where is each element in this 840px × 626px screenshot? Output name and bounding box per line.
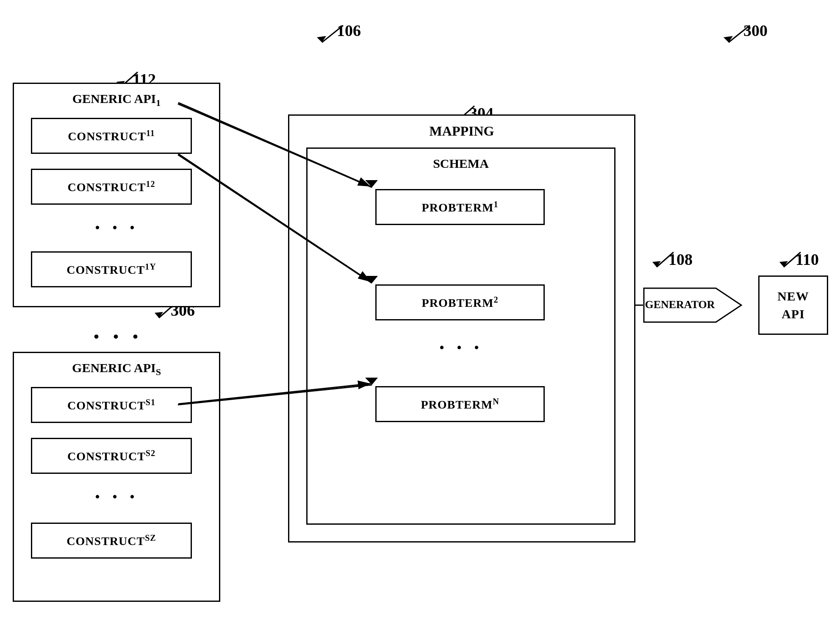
construct-11-box: CONSTRUCT11: [31, 118, 192, 154]
label-110: 110: [775, 250, 809, 273]
probterm-2-box: PROBTERM2: [375, 284, 545, 320]
dots-between-api: · · ·: [93, 322, 142, 351]
dots-api1-mid: · · ·: [14, 215, 219, 240]
svg-text:GENERATOR: GENERATOR: [645, 298, 715, 311]
diagram: 106 300 112 304 302: [0, 0, 840, 626]
label-108: 108: [648, 250, 682, 273]
generic-apis-title: GENERIC APIS: [14, 361, 219, 378]
construct-1y-box: CONSTRUCT1Y: [31, 251, 192, 287]
new-api-box: NEWAPI: [758, 275, 828, 335]
svg-marker-3: [724, 36, 733, 42]
svg-marker-1: [317, 36, 326, 42]
generic-api1-box: GENERIC API1 CONSTRUCT11 CONSTRUCT12 · ·…: [13, 83, 220, 307]
mapping-box: MAPPING SCHEMA PROBTERM1 PROBTERM2 · · ·…: [288, 114, 635, 543]
schema-box: SCHEMA PROBTERM1 PROBTERM2 · · · PROBTER…: [306, 147, 615, 525]
label-106: 106: [305, 21, 356, 48]
construct-s1-box: CONSTRUCTS1: [31, 387, 192, 423]
generator-arrow: GENERATOR: [640, 280, 750, 332]
generic-apis-box: GENERIC APIS CONSTRUCTS1 CONSTRUCTS2 · ·…: [13, 352, 220, 602]
construct-s2-box: CONSTRUCTS2: [31, 438, 192, 474]
construct-sz-box: CONSTRUCTSZ: [31, 523, 192, 559]
generic-api1-title: GENERIC API1: [14, 92, 219, 109]
probterm-1-box: PROBTERM1: [375, 189, 545, 225]
construct-12-box: CONSTRUCT12: [31, 169, 192, 205]
mapping-title: MAPPING: [289, 123, 634, 139]
schema-title: SCHEMA: [308, 156, 614, 171]
dots-probterm-mid: · · ·: [308, 335, 614, 360]
dots-apis-mid: · · ·: [14, 484, 219, 509]
label-300: 300: [712, 21, 762, 48]
probterm-n-box: PROBTERMN: [375, 386, 545, 422]
